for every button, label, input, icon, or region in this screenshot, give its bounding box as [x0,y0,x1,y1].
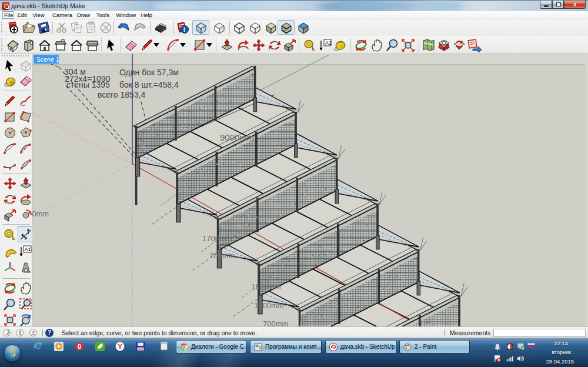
svg-text:Один бок 57,3м: Один бок 57,3м [119,68,179,77]
svg-text:700mm: 700mm [209,251,235,260]
svg-text:Y: Y [118,342,122,350]
svg-text:A1: A1 [25,246,31,252]
svg-text:1700mm: 1700mm [202,234,232,243]
svg-text:9000mm: 9000mm [220,132,254,142]
svg-text:стены 1395: стены 1395 [66,80,110,89]
svg-text:бок 8 шт.=458,4: бок 8 шт.=458,4 [119,80,179,89]
svg-text:1500mm: 1500mm [251,282,281,291]
svg-text:00mm: 00mm [32,209,49,218]
svg-text:1700mm: 1700mm [254,301,284,310]
svg-text:A1: A1 [325,40,332,46]
svg-text:Scene 1: Scene 1 [36,56,59,63]
svg-text:всего 1853,4: всего 1853,4 [98,90,146,99]
svg-text:700mm: 700mm [263,319,288,326]
svg-text:i: i [183,26,185,33]
